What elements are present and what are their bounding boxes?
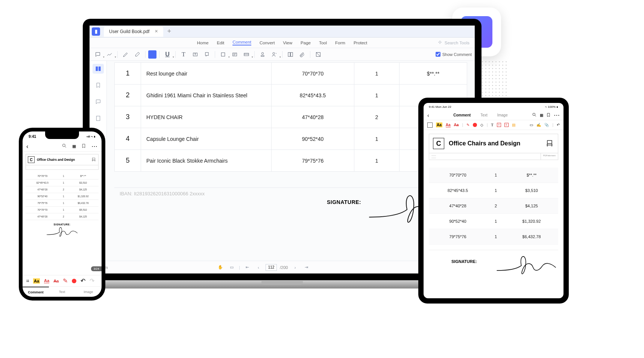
phone-device: 9:41 •ıll ⏦ ▮ ‹ ▦ ⋯ C Office Chairs and … [19, 128, 105, 301]
first-page-icon[interactable]: ⇤ [243, 264, 251, 271]
grid-icon[interactable]: ▦ [72, 144, 76, 149]
more-icon[interactable]: ⋯ [554, 112, 560, 119]
iban-field: IBAN:It2819326201631000066 2xxxxx [118, 191, 205, 196]
undo-icon[interactable]: ↶ [557, 123, 560, 127]
hide-comments-tool[interactable] [313, 50, 324, 59]
bookmark-icon[interactable] [81, 143, 86, 150]
underline-tool[interactable]: Aa [446, 123, 451, 127]
sparkle-icon [437, 40, 442, 45]
underline-tool[interactable]: U [162, 50, 173, 59]
menu-bar: Home Edit Comment Convert View Page Tool… [90, 38, 475, 48]
table-row: 47*40*282$4,125 [26, 213, 99, 220]
attachment-tool[interactable] [297, 50, 307, 59]
callout-tool[interactable] [202, 50, 212, 59]
underline-tool[interactable]: Aa [44, 278, 49, 283]
area-tool[interactable] [241, 50, 252, 59]
doc-meta: ———— [429, 153, 438, 160]
menu-edit[interactable]: Edit [217, 41, 224, 45]
search-icon[interactable] [532, 112, 537, 119]
eraser-tool[interactable] [132, 50, 143, 59]
menu-page[interactable]: Page [301, 41, 311, 45]
menu-form[interactable]: Form [335, 41, 345, 45]
last-page-icon[interactable]: ⇥ [302, 264, 310, 271]
undo-icon[interactable]: ↶ [80, 277, 85, 284]
table-row: 90*52*401$1,320.92 [429, 214, 558, 229]
show-comment-toggle[interactable]: Show Comment [436, 52, 472, 57]
new-tab-button[interactable]: + [167, 27, 171, 35]
stamp-tool[interactable]: ▭ [530, 123, 533, 127]
tab-comment[interactable]: Comment [453, 113, 471, 117]
menu-comment[interactable]: Comment [232, 40, 251, 45]
eraser-icon[interactable]: ◇ [480, 123, 483, 127]
document-tab[interactable]: User Guild Book.pdf ✕ [104, 26, 163, 37]
crop-icon[interactable]: ⌗ [26, 278, 29, 284]
pencil-tool[interactable] [120, 50, 131, 59]
page-input[interactable] [266, 264, 277, 271]
phone-table: 70*70*701$**.**82*45*43.51$3,51047*40*28… [26, 173, 99, 220]
prev-page-icon[interactable]: ‹ [254, 264, 263, 271]
tab-image[interactable]: Image [497, 113, 508, 117]
strikeout-tool[interactable]: Aa [454, 123, 459, 127]
more-icon[interactable]: ⋯ [91, 143, 98, 150]
note-tool[interactable] [93, 50, 103, 59]
tab-comment[interactable]: Comment [23, 287, 49, 297]
show-comment-checkbox[interactable] [436, 52, 440, 57]
svg-rect-14 [93, 158, 95, 160]
menu-protect[interactable]: Protect [354, 41, 367, 45]
close-icon[interactable]: ✕ [155, 29, 158, 34]
hand-tool-icon[interactable]: ✋ [216, 264, 225, 271]
signature-label: SIGNATURE: [451, 259, 477, 264]
textbox-tool[interactable]: T [497, 123, 501, 127]
bookmark-icon[interactable] [546, 112, 551, 119]
tab-text[interactable]: Text [49, 287, 75, 297]
svg-point-5 [261, 52, 263, 54]
compare-tool[interactable] [285, 50, 296, 59]
color-fill-tool[interactable] [148, 50, 156, 59]
signature-graphic [43, 226, 81, 239]
color-dot-icon[interactable] [473, 123, 477, 127]
textbox-tool[interactable] [190, 50, 200, 59]
highlight-tool[interactable]: Aa [33, 278, 40, 284]
menu-tool[interactable]: Tool [319, 41, 327, 45]
signature-tool[interactable] [269, 50, 279, 59]
comments-panel-icon[interactable] [93, 97, 104, 107]
tab-image[interactable]: Image [75, 287, 102, 297]
highlight-tool[interactable] [104, 50, 115, 59]
stamp-tool[interactable] [257, 50, 268, 59]
callout-tool[interactable]: T [504, 123, 509, 127]
back-icon[interactable]: ‹ [26, 143, 28, 150]
menu-convert[interactable]: Convert [260, 41, 275, 45]
menu-view[interactable]: View [283, 41, 292, 45]
shape-tool[interactable] [218, 50, 228, 59]
text-tool[interactable]: T [491, 123, 494, 127]
pencil-icon[interactable]: ✎ [63, 277, 68, 284]
table-row: 70*70*701$**.** [429, 168, 558, 183]
select-tool-icon[interactable]: ▭ [228, 264, 236, 271]
search-icon[interactable] [62, 143, 67, 150]
table-row: 3HYDEN CHAIR47*40*282 [115, 106, 467, 128]
text-tool[interactable]: T [178, 50, 189, 59]
sticky-note-tool[interactable] [229, 50, 240, 59]
menu-home[interactable]: Home [197, 41, 209, 45]
bookmark-panel-icon[interactable] [93, 80, 104, 90]
color-dot-icon[interactable] [72, 279, 76, 283]
highlight-tool[interactable]: Aa [436, 122, 442, 127]
tab-text[interactable]: Text [480, 113, 487, 117]
table-row: 5Pair Iconic Black Stokke Armchairs79*75… [115, 150, 467, 172]
thumbnails-panel-icon[interactable] [93, 64, 104, 74]
redo-icon[interactable]: ↷ [90, 277, 94, 284]
pencil-icon[interactable]: ✎ [466, 123, 469, 127]
svg-point-15 [533, 113, 535, 116]
search-tools[interactable]: Search Tools [437, 40, 469, 45]
attachment-icon[interactable]: 📎 [544, 123, 549, 127]
signature-label: SIGNATURE: [327, 199, 361, 205]
select-tool[interactable] [427, 122, 433, 128]
grid-icon[interactable]: ▦ [540, 113, 543, 117]
table-row: 82*45*43.51$3,510 [429, 183, 558, 198]
attachments-panel-icon[interactable] [93, 113, 104, 123]
next-page-icon[interactable]: › [291, 264, 299, 271]
strikeout-tool[interactable]: Aa [53, 279, 59, 283]
window-tabbar: ▮ User Guild Book.pdf ✕ + [90, 26, 475, 38]
note-tool[interactable]: ▤ [512, 123, 515, 127]
signature-tool[interactable]: ✍ [536, 123, 541, 127]
